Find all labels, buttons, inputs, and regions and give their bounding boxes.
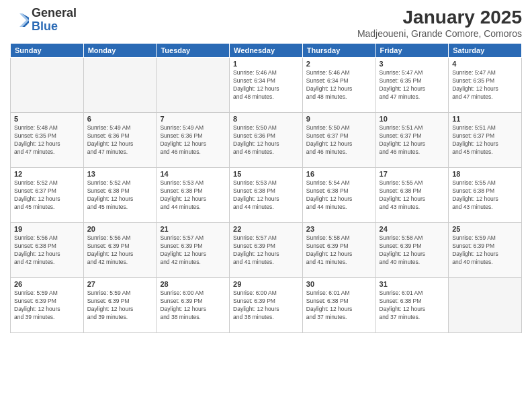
- table-row: 29Sunrise: 6:00 AM Sunset: 6:39 PM Dayli…: [230, 278, 303, 333]
- day-info: Sunrise: 6:01 AM Sunset: 6:38 PM Dayligh…: [380, 289, 445, 322]
- table-row: 31Sunrise: 6:01 AM Sunset: 6:38 PM Dayli…: [375, 278, 449, 333]
- day-number: 23: [306, 225, 372, 233]
- table-row: 22Sunrise: 5:57 AM Sunset: 6:39 PM Dayli…: [230, 223, 303, 278]
- calendar-subtitle: Madjeoueni, Grande Comore, Comoros: [357, 28, 522, 39]
- calendar-header-row: Sunday Monday Tuesday Wednesday Thursday…: [11, 44, 522, 58]
- day-info: Sunrise: 5:54 AM Sunset: 6:38 PM Dayligh…: [306, 179, 372, 212]
- day-info: Sunrise: 6:00 AM Sunset: 6:39 PM Dayligh…: [160, 289, 226, 322]
- header-friday: Friday: [375, 44, 449, 58]
- table-row: 1Sunrise: 5:46 AM Sunset: 6:34 PM Daylig…: [230, 58, 303, 113]
- day-number: 31: [380, 280, 445, 288]
- day-info: Sunrise: 5:47 AM Sunset: 6:35 PM Dayligh…: [380, 69, 445, 101]
- header-sunday: Sunday: [11, 44, 84, 58]
- day-number: 30: [306, 280, 372, 288]
- table-row: 11Sunrise: 5:51 AM Sunset: 6:37 PM Dayli…: [449, 113, 522, 168]
- day-number: 2: [306, 60, 372, 68]
- day-info: Sunrise: 5:52 AM Sunset: 6:37 PM Dayligh…: [14, 179, 80, 212]
- day-number: 29: [233, 280, 299, 288]
- day-number: 19: [14, 225, 80, 233]
- svg-marker-1: [19, 13, 29, 27]
- day-number: 9: [306, 115, 372, 123]
- day-number: 28: [160, 280, 226, 288]
- day-number: 22: [233, 225, 299, 233]
- day-number: 10: [380, 115, 445, 123]
- logo-icon: [10, 11, 29, 30]
- table-row: [83, 58, 157, 113]
- calendar-week-row: 19Sunrise: 5:56 AM Sunset: 6:38 PM Dayli…: [11, 223, 522, 278]
- day-info: Sunrise: 5:59 AM Sunset: 6:39 PM Dayligh…: [14, 289, 80, 322]
- day-info: Sunrise: 5:52 AM Sunset: 6:38 PM Dayligh…: [87, 179, 153, 212]
- day-number: 11: [452, 115, 518, 123]
- day-info: Sunrise: 5:53 AM Sunset: 6:38 PM Dayligh…: [160, 179, 226, 212]
- header: General Blue January 2025 Madjeoueni, Gr…: [10, 7, 522, 39]
- table-row: 6Sunrise: 5:49 AM Sunset: 6:36 PM Daylig…: [83, 113, 157, 168]
- title-block: January 2025 Madjeoueni, Grande Comore, …: [357, 7, 522, 39]
- calendar-week-row: 1Sunrise: 5:46 AM Sunset: 6:34 PM Daylig…: [11, 58, 522, 113]
- header-thursday: Thursday: [302, 44, 375, 58]
- calendar-week-row: 12Sunrise: 5:52 AM Sunset: 6:37 PM Dayli…: [11, 168, 522, 223]
- day-number: 18: [452, 170, 518, 178]
- day-number: 6: [87, 115, 153, 123]
- header-wednesday: Wednesday: [230, 44, 303, 58]
- page: General Blue January 2025 Madjeoueni, Gr…: [0, 0, 532, 411]
- day-number: 7: [160, 115, 226, 123]
- day-info: Sunrise: 5:51 AM Sunset: 6:37 PM Dayligh…: [380, 124, 445, 156]
- day-info: Sunrise: 5:58 AM Sunset: 6:39 PM Dayligh…: [306, 234, 372, 267]
- calendar-week-row: 5Sunrise: 5:48 AM Sunset: 6:35 PM Daylig…: [11, 113, 522, 168]
- table-row: 23Sunrise: 5:58 AM Sunset: 6:39 PM Dayli…: [302, 223, 375, 278]
- day-number: 20: [87, 225, 153, 233]
- day-info: Sunrise: 6:01 AM Sunset: 6:38 PM Dayligh…: [306, 289, 372, 322]
- table-row: 14Sunrise: 5:53 AM Sunset: 6:38 PM Dayli…: [157, 168, 230, 223]
- day-info: Sunrise: 5:59 AM Sunset: 6:39 PM Dayligh…: [452, 234, 518, 267]
- table-row: 15Sunrise: 5:53 AM Sunset: 6:38 PM Dayli…: [230, 168, 303, 223]
- day-info: Sunrise: 5:59 AM Sunset: 6:39 PM Dayligh…: [87, 289, 153, 322]
- day-info: Sunrise: 5:47 AM Sunset: 6:35 PM Dayligh…: [452, 69, 518, 101]
- day-info: Sunrise: 5:51 AM Sunset: 6:37 PM Dayligh…: [452, 124, 518, 156]
- day-info: Sunrise: 5:49 AM Sunset: 6:36 PM Dayligh…: [87, 124, 153, 156]
- table-row: 4Sunrise: 5:47 AM Sunset: 6:35 PM Daylig…: [449, 58, 522, 113]
- day-number: 21: [160, 225, 226, 233]
- table-row: 25Sunrise: 5:59 AM Sunset: 6:39 PM Dayli…: [449, 223, 522, 278]
- table-row: [449, 278, 522, 333]
- day-number: 25: [452, 225, 518, 233]
- calendar-week-row: 26Sunrise: 5:59 AM Sunset: 6:39 PM Dayli…: [11, 278, 522, 333]
- table-row: 7Sunrise: 5:49 AM Sunset: 6:36 PM Daylig…: [157, 113, 230, 168]
- day-info: Sunrise: 5:55 AM Sunset: 6:38 PM Dayligh…: [380, 179, 445, 212]
- logo-blue: Blue: [32, 19, 58, 33]
- table-row: 27Sunrise: 5:59 AM Sunset: 6:39 PM Dayli…: [83, 278, 157, 333]
- day-number: 3: [380, 60, 445, 68]
- day-number: 15: [233, 170, 299, 178]
- day-number: 13: [87, 170, 153, 178]
- table-row: 9Sunrise: 5:50 AM Sunset: 6:37 PM Daylig…: [302, 113, 375, 168]
- table-row: [157, 58, 230, 113]
- day-number: 27: [87, 280, 153, 288]
- day-number: 26: [14, 280, 80, 288]
- table-row: 28Sunrise: 6:00 AM Sunset: 6:39 PM Dayli…: [157, 278, 230, 333]
- table-row: 30Sunrise: 6:01 AM Sunset: 6:38 PM Dayli…: [302, 278, 375, 333]
- day-number: 14: [160, 170, 226, 178]
- day-info: Sunrise: 5:57 AM Sunset: 6:39 PM Dayligh…: [233, 234, 299, 267]
- day-info: Sunrise: 5:50 AM Sunset: 6:36 PM Dayligh…: [233, 124, 299, 156]
- header-tuesday: Tuesday: [157, 44, 230, 58]
- day-info: Sunrise: 5:46 AM Sunset: 6:34 PM Dayligh…: [306, 69, 372, 101]
- table-row: 16Sunrise: 5:54 AM Sunset: 6:38 PM Dayli…: [302, 168, 375, 223]
- table-row: 5Sunrise: 5:48 AM Sunset: 6:35 PM Daylig…: [11, 113, 84, 168]
- table-row: [11, 58, 84, 113]
- day-info: Sunrise: 5:56 AM Sunset: 6:38 PM Dayligh…: [14, 234, 80, 267]
- calendar-table: Sunday Monday Tuesday Wednesday Thursday…: [10, 43, 522, 333]
- table-row: 10Sunrise: 5:51 AM Sunset: 6:37 PM Dayli…: [375, 113, 449, 168]
- table-row: 8Sunrise: 5:50 AM Sunset: 6:36 PM Daylig…: [230, 113, 303, 168]
- day-number: 1: [233, 60, 299, 68]
- day-number: 16: [306, 170, 372, 178]
- day-info: Sunrise: 6:00 AM Sunset: 6:39 PM Dayligh…: [233, 289, 299, 322]
- table-row: 26Sunrise: 5:59 AM Sunset: 6:39 PM Dayli…: [11, 278, 84, 333]
- day-info: Sunrise: 5:48 AM Sunset: 6:35 PM Dayligh…: [14, 124, 80, 156]
- table-row: 12Sunrise: 5:52 AM Sunset: 6:37 PM Dayli…: [11, 168, 84, 223]
- table-row: 2Sunrise: 5:46 AM Sunset: 6:34 PM Daylig…: [302, 58, 375, 113]
- day-number: 17: [380, 170, 445, 178]
- table-row: 19Sunrise: 5:56 AM Sunset: 6:38 PM Dayli…: [11, 223, 84, 278]
- day-number: 4: [452, 60, 518, 68]
- day-number: 8: [233, 115, 299, 123]
- day-info: Sunrise: 5:55 AM Sunset: 6:38 PM Dayligh…: [452, 179, 518, 212]
- logo-general: General: [32, 6, 77, 19]
